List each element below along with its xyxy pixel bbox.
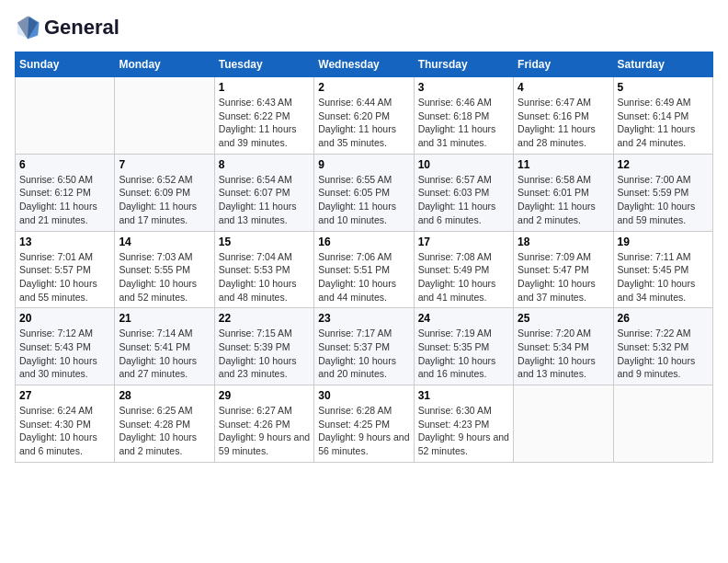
calendar-cell: 21Sunrise: 7:14 AM Sunset: 5:41 PM Dayli…: [115, 308, 214, 385]
calendar-cell: 18Sunrise: 7:09 AM Sunset: 5:47 PM Dayli…: [514, 231, 613, 308]
calendar-cell: 20Sunrise: 7:12 AM Sunset: 5:43 PM Dayli…: [16, 308, 115, 385]
calendar-cell: 22Sunrise: 7:15 AM Sunset: 5:39 PM Dayli…: [214, 308, 313, 385]
day-number: 27: [19, 389, 110, 402]
day-info: Sunrise: 6:25 AM Sunset: 4:28 PM Dayligh…: [119, 404, 210, 458]
calendar-cell: 7Sunrise: 6:52 AM Sunset: 6:09 PM Daylig…: [115, 154, 214, 231]
col-header-friday: Friday: [514, 52, 613, 77]
calendar-cell: [115, 77, 214, 155]
calendar-cell: 15Sunrise: 7:04 AM Sunset: 5:53 PM Dayli…: [214, 231, 313, 308]
calendar-cell: 23Sunrise: 7:17 AM Sunset: 5:37 PM Dayli…: [314, 308, 414, 385]
day-number: 5: [618, 81, 709, 94]
day-info: Sunrise: 7:22 AM Sunset: 5:32 PM Dayligh…: [618, 327, 709, 381]
day-number: 29: [219, 389, 310, 402]
day-number: 17: [418, 236, 509, 248]
day-info: Sunrise: 6:47 AM Sunset: 6:16 PM Dayligh…: [518, 96, 609, 150]
calendar-cell: 13Sunrise: 7:01 AM Sunset: 5:57 PM Dayli…: [16, 231, 115, 308]
day-info: Sunrise: 7:20 AM Sunset: 5:34 PM Dayligh…: [518, 327, 609, 381]
col-header-tuesday: Tuesday: [214, 52, 313, 77]
col-header-sunday: Sunday: [16, 52, 115, 77]
calendar-cell: 4Sunrise: 6:47 AM Sunset: 6:16 PM Daylig…: [514, 77, 613, 155]
day-number: 14: [119, 236, 210, 248]
day-number: 3: [418, 81, 509, 94]
week-row-2: 6Sunrise: 6:50 AM Sunset: 6:12 PM Daylig…: [16, 154, 713, 231]
calendar-cell: 11Sunrise: 6:58 AM Sunset: 6:01 PM Dayli…: [514, 154, 613, 231]
week-row-3: 13Sunrise: 7:01 AM Sunset: 5:57 PM Dayli…: [16, 231, 713, 308]
day-info: Sunrise: 7:01 AM Sunset: 5:57 PM Dayligh…: [19, 250, 110, 304]
day-number: 26: [618, 312, 709, 325]
day-info: Sunrise: 6:55 AM Sunset: 6:05 PM Dayligh…: [318, 173, 409, 227]
day-number: 7: [119, 158, 210, 171]
day-number: 15: [219, 236, 310, 248]
day-info: Sunrise: 7:19 AM Sunset: 5:35 PM Dayligh…: [418, 327, 509, 381]
logo: General: [15, 15, 119, 40]
day-number: 2: [318, 81, 409, 94]
day-info: Sunrise: 7:04 AM Sunset: 5:53 PM Dayligh…: [219, 250, 310, 304]
day-number: 20: [19, 312, 110, 325]
day-info: Sunrise: 6:28 AM Sunset: 4:25 PM Dayligh…: [318, 404, 409, 458]
day-info: Sunrise: 6:27 AM Sunset: 4:26 PM Dayligh…: [219, 404, 310, 458]
day-info: Sunrise: 6:50 AM Sunset: 6:12 PM Dayligh…: [19, 173, 110, 227]
day-info: Sunrise: 6:46 AM Sunset: 6:18 PM Dayligh…: [418, 96, 509, 150]
calendar-cell: 16Sunrise: 7:06 AM Sunset: 5:51 PM Dayli…: [314, 231, 414, 308]
day-info: Sunrise: 7:03 AM Sunset: 5:55 PM Dayligh…: [119, 250, 210, 304]
calendar-cell: 2Sunrise: 6:44 AM Sunset: 6:20 PM Daylig…: [314, 77, 414, 155]
day-info: Sunrise: 6:30 AM Sunset: 4:23 PM Dayligh…: [418, 404, 509, 458]
calendar-table: SundayMondayTuesdayWednesdayThursdayFrid…: [15, 52, 713, 463]
calendar-cell: 31Sunrise: 6:30 AM Sunset: 4:23 PM Dayli…: [414, 385, 513, 463]
week-row-1: 1Sunrise: 6:43 AM Sunset: 6:22 PM Daylig…: [16, 77, 713, 155]
day-number: 21: [119, 312, 210, 325]
day-number: 25: [518, 312, 609, 325]
day-info: Sunrise: 6:43 AM Sunset: 6:22 PM Dayligh…: [219, 96, 310, 150]
week-row-5: 27Sunrise: 6:24 AM Sunset: 4:30 PM Dayli…: [16, 385, 713, 463]
col-header-thursday: Thursday: [414, 52, 513, 77]
col-header-saturday: Saturday: [613, 52, 712, 77]
calendar-cell: 17Sunrise: 7:08 AM Sunset: 5:49 PM Dayli…: [414, 231, 513, 308]
calendar-cell: 8Sunrise: 6:54 AM Sunset: 6:07 PM Daylig…: [214, 154, 313, 231]
calendar-cell: 14Sunrise: 7:03 AM Sunset: 5:55 PM Dayli…: [115, 231, 214, 308]
day-number: 23: [318, 312, 409, 325]
day-number: 24: [418, 312, 509, 325]
day-number: 16: [318, 236, 409, 248]
calendar-cell: 27Sunrise: 6:24 AM Sunset: 4:30 PM Dayli…: [16, 385, 115, 463]
day-number: 18: [518, 236, 609, 248]
calendar-cell: 5Sunrise: 6:49 AM Sunset: 6:14 PM Daylig…: [613, 77, 712, 155]
calendar-cell: 6Sunrise: 6:50 AM Sunset: 6:12 PM Daylig…: [16, 154, 115, 231]
week-row-4: 20Sunrise: 7:12 AM Sunset: 5:43 PM Dayli…: [16, 308, 713, 385]
day-info: Sunrise: 6:52 AM Sunset: 6:09 PM Dayligh…: [119, 173, 210, 227]
day-number: 12: [618, 158, 709, 171]
day-number: 4: [518, 81, 609, 94]
day-info: Sunrise: 7:15 AM Sunset: 5:39 PM Dayligh…: [219, 327, 310, 381]
day-number: 22: [219, 312, 310, 325]
day-info: Sunrise: 7:17 AM Sunset: 5:37 PM Dayligh…: [318, 327, 409, 381]
page-header: General: [15, 15, 713, 40]
day-number: 1: [219, 81, 310, 94]
col-header-wednesday: Wednesday: [314, 52, 414, 77]
day-number: 8: [219, 158, 310, 171]
calendar-cell: 24Sunrise: 7:19 AM Sunset: 5:35 PM Dayli…: [414, 308, 513, 385]
calendar-cell: 19Sunrise: 7:11 AM Sunset: 5:45 PM Dayli…: [613, 231, 712, 308]
day-number: 13: [19, 236, 110, 248]
day-info: Sunrise: 7:08 AM Sunset: 5:49 PM Dayligh…: [418, 250, 509, 304]
day-info: Sunrise: 6:24 AM Sunset: 4:30 PM Dayligh…: [19, 404, 110, 458]
calendar-cell: [514, 385, 613, 463]
calendar-cell: 3Sunrise: 6:46 AM Sunset: 6:18 PM Daylig…: [414, 77, 513, 155]
calendar-cell: 26Sunrise: 7:22 AM Sunset: 5:32 PM Dayli…: [613, 308, 712, 385]
calendar-cell: 9Sunrise: 6:55 AM Sunset: 6:05 PM Daylig…: [314, 154, 414, 231]
calendar-cell: 28Sunrise: 6:25 AM Sunset: 4:28 PM Dayli…: [115, 385, 214, 463]
logo-text: General: [44, 17, 119, 39]
day-info: Sunrise: 6:54 AM Sunset: 6:07 PM Dayligh…: [219, 173, 310, 227]
calendar-cell: 1Sunrise: 6:43 AM Sunset: 6:22 PM Daylig…: [214, 77, 313, 155]
day-info: Sunrise: 6:58 AM Sunset: 6:01 PM Dayligh…: [518, 173, 609, 227]
day-info: Sunrise: 6:57 AM Sunset: 6:03 PM Dayligh…: [418, 173, 509, 227]
day-number: 9: [318, 158, 409, 171]
logo-icon: [15, 15, 40, 40]
day-info: Sunrise: 7:06 AM Sunset: 5:51 PM Dayligh…: [318, 250, 409, 304]
day-info: Sunrise: 7:00 AM Sunset: 5:59 PM Dayligh…: [618, 173, 709, 227]
day-info: Sunrise: 7:12 AM Sunset: 5:43 PM Dayligh…: [19, 327, 110, 381]
day-number: 10: [418, 158, 509, 171]
day-info: Sunrise: 7:09 AM Sunset: 5:47 PM Dayligh…: [518, 250, 609, 304]
col-header-monday: Monday: [115, 52, 214, 77]
calendar-cell: 29Sunrise: 6:27 AM Sunset: 4:26 PM Dayli…: [214, 385, 313, 463]
day-number: 19: [618, 236, 709, 248]
day-info: Sunrise: 7:11 AM Sunset: 5:45 PM Dayligh…: [618, 250, 709, 304]
